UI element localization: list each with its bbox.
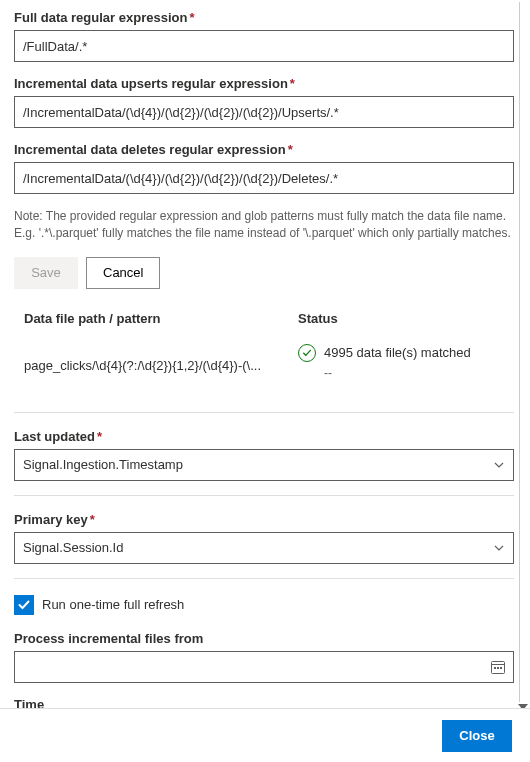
svg-rect-3 [497, 667, 499, 669]
panel-footer: Close [0, 708, 530, 762]
file-path-cell: page_clicks/\d{4}(?:/\d{2}){1,2}/(\d{4})… [24, 344, 288, 373]
chevron-down-icon [493, 459, 505, 471]
chevron-down-icon [493, 542, 505, 554]
full-data-regex-label: Full data regular expression* [14, 10, 514, 25]
upserts-regex-input[interactable] [14, 96, 514, 128]
full-data-regex-input[interactable] [14, 30, 514, 62]
status-sub: -- [298, 366, 504, 380]
deletes-regex-input[interactable] [14, 162, 514, 194]
status-text: 4995 data file(s) matched [324, 345, 471, 360]
calendar-icon[interactable] [490, 659, 506, 675]
full-refresh-checkbox[interactable] [14, 595, 34, 615]
table-row: page_clicks/\d{4}(?:/\d{2}){1,2}/(\d{4})… [14, 336, 514, 400]
last-updated-label: Last updated* [14, 429, 514, 444]
col-path-header: Data file path / pattern [24, 311, 288, 326]
success-check-icon [298, 344, 316, 362]
save-button: Save [14, 257, 78, 289]
svg-rect-2 [494, 667, 496, 669]
divider [14, 495, 514, 496]
full-refresh-label: Run one-time full refresh [42, 597, 184, 612]
upserts-regex-label: Incremental data upserts regular express… [14, 76, 514, 91]
process-from-label: Process incremental files from [14, 631, 514, 646]
file-table-header: Data file path / pattern Status [14, 307, 514, 336]
last-updated-select[interactable]: Signal.Ingestion.Timestamp [14, 449, 514, 481]
last-updated-value: Signal.Ingestion.Timestamp [23, 457, 183, 472]
deletes-regex-label: Incremental data deletes regular express… [14, 142, 514, 157]
col-status-header: Status [288, 311, 504, 326]
divider [14, 578, 514, 579]
regex-note: Note: The provided regular expression an… [14, 208, 514, 243]
cancel-button[interactable]: Cancel [86, 257, 160, 289]
svg-rect-4 [500, 667, 502, 669]
close-button[interactable]: Close [442, 720, 512, 752]
primary-key-label: Primary key* [14, 512, 514, 527]
divider [14, 412, 514, 413]
primary-key-select[interactable]: Signal.Session.Id [14, 532, 514, 564]
process-from-input[interactable] [14, 651, 514, 683]
scrollbar-track[interactable] [519, 2, 520, 702]
primary-key-value: Signal.Session.Id [23, 540, 123, 555]
